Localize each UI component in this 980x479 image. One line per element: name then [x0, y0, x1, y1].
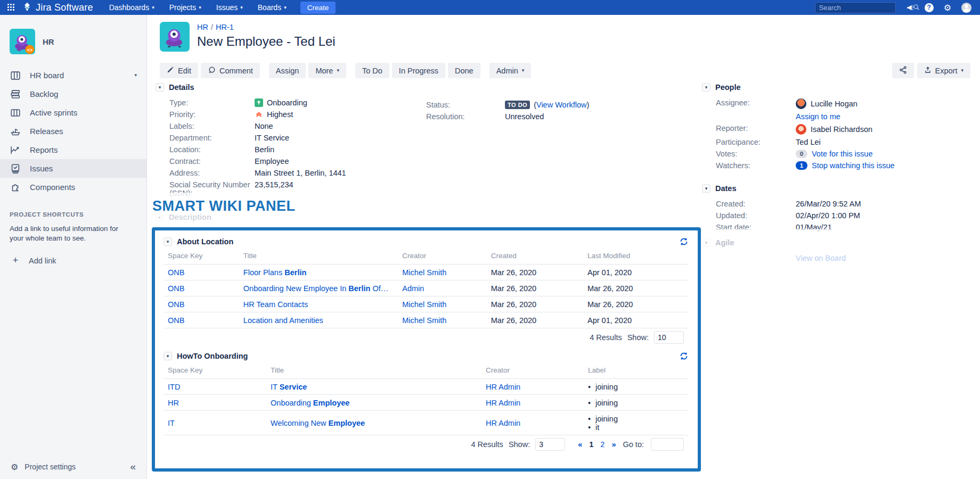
assign-to-me-link[interactable]: Assign to me — [796, 112, 840, 121]
add-link-button[interactable]: + Add link — [10, 255, 137, 266]
chart-icon — [10, 144, 21, 156]
export-button[interactable]: Export ▾ — [917, 63, 970, 78]
edit-button[interactable]: Edit — [160, 63, 198, 78]
space-key-link[interactable]: IT — [168, 419, 175, 427]
label-value: joining — [595, 383, 618, 391]
table-row: ONB Floor Plans Berlin Michel Smith Mar … — [164, 265, 688, 280]
department-label: Department: — [169, 132, 255, 144]
reporter-avatar — [796, 124, 806, 135]
refresh-icon[interactable] — [680, 352, 688, 360]
app-switcher-icon[interactable] — [7, 4, 15, 11]
admin-button[interactable]: Admin ▾ — [489, 63, 532, 78]
resolution-value: Unresolved — [505, 111, 650, 122]
col-space-key: Space Key — [164, 251, 239, 265]
label-value: joining — [595, 415, 618, 423]
resolution-label: Resolution: — [426, 111, 505, 122]
sidebar-item-issues[interactable]: Issues — [0, 159, 146, 178]
assign-button[interactable]: Assign — [269, 63, 306, 78]
goto-page-input[interactable] — [651, 438, 684, 451]
goto-label: Go to: — [623, 440, 644, 449]
creator-link[interactable]: Admin — [402, 284, 424, 293]
comment-bubble-icon — [208, 66, 216, 76]
howto-table: Space Key Title Creator Label ITD IT Ser… — [164, 365, 688, 435]
sidebar-item-components[interactable]: Components — [0, 178, 146, 196]
modified-cell: Apr 01, 2020 — [583, 265, 688, 280]
creator-link[interactable]: HR Admin — [486, 419, 520, 427]
page-title-link[interactable]: Onboarding Employee — [271, 399, 349, 407]
space-key-link[interactable]: ONB — [168, 316, 184, 325]
bullet-icon: • — [588, 383, 591, 391]
first-page-icon[interactable]: « — [578, 440, 582, 449]
chevron-down-icon: ▾ — [240, 5, 243, 10]
page-title-link[interactable]: Floor Plans Berlin — [243, 268, 306, 277]
user-avatar[interactable] — [961, 3, 971, 13]
jira-logo[interactable]: Jira Software — [22, 2, 93, 13]
issue-title: New Employee - Ted Lei — [197, 34, 336, 49]
chevron-down-icon: ▾ — [152, 5, 154, 10]
breadcrumb-project-link[interactable]: HR — [197, 23, 208, 31]
show-count-input[interactable] — [535, 438, 565, 451]
puzzle-icon — [10, 181, 21, 193]
settings-gear-icon[interactable]: ⚙ — [944, 3, 951, 13]
address-value: Main Street 1, Berlin, 1441 — [255, 167, 411, 179]
create-button[interactable]: Create — [300, 2, 336, 14]
menu-boards[interactable]: Boards▾ — [258, 3, 287, 12]
howto-onboarding-block: ▾ HowTo Onboarding Space Key Title Creat… — [164, 351, 688, 453]
page-title-link[interactable]: Welcoming New Employee — [271, 419, 365, 427]
search-input[interactable] — [819, 4, 913, 12]
page-title-link[interactable]: Onboarding New Employee In Berlin Of… — [243, 284, 388, 293]
share-button[interactable] — [892, 63, 914, 78]
last-page-icon[interactable]: » — [611, 440, 616, 449]
space-key-link[interactable]: ONB — [168, 300, 184, 309]
space-key-link[interactable]: ITD — [168, 383, 180, 391]
creator-link[interactable]: Michel Smith — [402, 300, 446, 309]
chevron-down-icon[interactable]: ▾ — [134, 73, 137, 78]
collapse-about-location-icon[interactable]: ▾ — [164, 237, 172, 246]
participance-label: Participance: — [716, 136, 796, 148]
space-key-link[interactable]: HR — [168, 399, 179, 407]
creator-link[interactable]: Michel Smith — [402, 268, 446, 277]
space-key-link[interactable]: ONB — [168, 268, 184, 277]
workflow-inprogress-button[interactable]: In Progress — [392, 63, 445, 78]
contract-value: Employee — [255, 155, 411, 167]
creator-link[interactable]: HR Admin — [486, 383, 520, 391]
comment-button[interactable]: Comment — [201, 63, 260, 78]
menu-projects[interactable]: Projects▾ — [169, 3, 201, 12]
collapse-sidebar-icon[interactable]: « — [130, 461, 136, 473]
collapse-details-icon[interactable]: ▾ — [156, 83, 164, 92]
workflow-todo-button[interactable]: To Do — [355, 63, 389, 78]
top-nav: Jira Software Dashboards▾ Projects▾ Issu… — [0, 0, 980, 15]
page-title-link[interactable]: IT Service — [271, 383, 307, 391]
sidebar-item-releases[interactable]: Releases — [0, 122, 146, 141]
sidebar-item-hr-board[interactable]: HR board ▾ — [0, 66, 146, 85]
space-key-link[interactable]: ONB — [168, 284, 184, 293]
creator-link[interactable]: HR Admin — [486, 399, 520, 407]
sidebar-item-backlog[interactable]: Backlog — [0, 85, 146, 103]
collapse-dates-icon[interactable]: ▾ — [702, 184, 710, 193]
sidebar-item-reports[interactable]: Reports — [0, 141, 146, 159]
menu-dashboards[interactable]: Dashboards▾ — [109, 3, 154, 12]
vote-link[interactable]: Vote for this issue — [812, 150, 872, 158]
menu-issues[interactable]: Issues▾ — [216, 3, 243, 12]
stop-watching-link[interactable]: Stop watching this issue — [812, 161, 895, 170]
breadcrumb-issue-link[interactable]: HR-1 — [216, 23, 234, 31]
workflow-done-button[interactable]: Done — [448, 63, 480, 78]
more-button[interactable]: More ▾ — [308, 63, 346, 78]
show-count-input[interactable] — [654, 331, 684, 344]
page-title-link[interactable]: HR Team Contacts — [243, 300, 308, 309]
refresh-icon[interactable] — [680, 237, 688, 246]
view-workflow-link[interactable]: View Workflow — [536, 101, 587, 109]
creator-link[interactable]: Michel Smith — [402, 316, 446, 325]
about-location-block: ▾ About Location Space Key Title Creator… — [164, 237, 688, 346]
search-box[interactable] — [815, 2, 896, 13]
sidebar-item-active-sprints[interactable]: Active sprints — [0, 103, 146, 122]
help-icon[interactable]: ? — [925, 3, 934, 12]
collapse-people-icon[interactable]: ▾ — [702, 83, 710, 92]
chevron-down-icon: ▾ — [522, 68, 525, 73]
page-2-link[interactable]: 2 — [600, 440, 605, 449]
collapse-howto-icon[interactable]: ▾ — [164, 352, 172, 360]
page-title-link[interactable]: Location and Amenities — [243, 316, 323, 325]
export-icon — [924, 66, 932, 76]
project-settings-link[interactable]: Project settings — [24, 463, 76, 471]
announcements-icon[interactable] — [906, 4, 914, 12]
